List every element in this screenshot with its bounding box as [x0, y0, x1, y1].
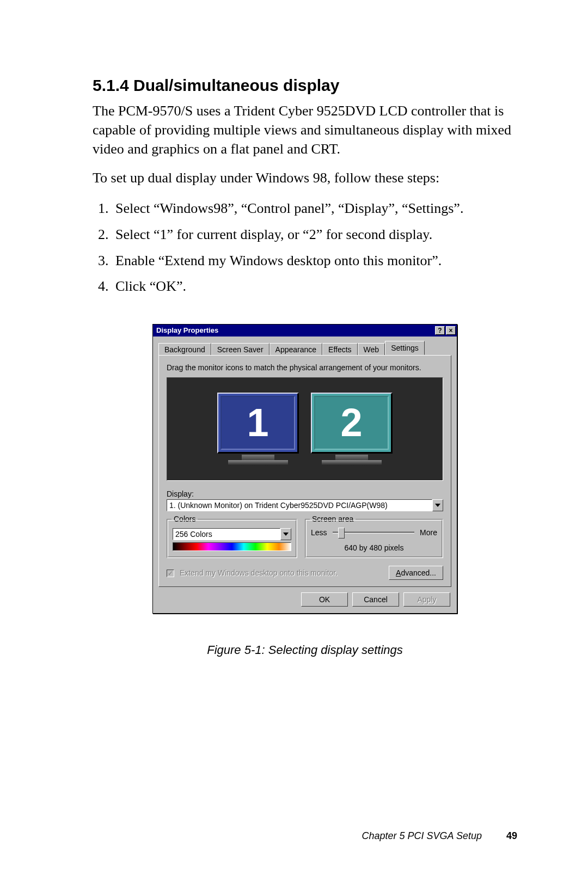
ok-button[interactable]: OK	[301, 592, 348, 607]
monitor-arrangement-well[interactable]: 1 2	[167, 377, 443, 481]
chevron-down-icon	[283, 533, 289, 536]
screen-area-legend: Screen area	[310, 515, 356, 523]
figure: Display Properties ? × Background Screen…	[152, 324, 457, 657]
footer-page-number: 49	[506, 830, 517, 841]
slider-more-label: More	[420, 528, 437, 537]
slider-thumb[interactable]	[338, 528, 345, 539]
step-list: Select “Windows98”, “Control panel”, “Di…	[93, 197, 517, 297]
monitor-stand	[335, 455, 368, 460]
panel-instruction: Drag the monitor icons to match the phys…	[167, 363, 443, 372]
color-spectrum-preview	[173, 542, 291, 551]
advanced-button[interactable]: Advanced...	[389, 566, 443, 580]
section-paragraph-1: The PCM-9570/S uses a Trident Cyber 9525…	[93, 101, 517, 158]
titlebar-text: Display Properties	[156, 326, 434, 334]
colors-groupbox: Colors 256 Colors	[167, 519, 297, 558]
monitor-base	[322, 460, 382, 466]
page: 5.1.4 Dual/simultaneous display The PCM-…	[0, 0, 588, 881]
screen-area-groupbox: Screen area Less More 640 by 480 pixels	[305, 519, 443, 558]
display-select[interactable]: 1. (Unknown Monitor) on Trident Cyber952…	[167, 499, 443, 511]
help-button[interactable]: ?	[435, 326, 445, 335]
tab-strip: Background Screen Saver Appearance Effec…	[153, 337, 457, 355]
dialog-button-row: OK Cancel Apply	[153, 592, 457, 613]
colors-select[interactable]: 256 Colors	[173, 528, 291, 540]
step-item: Click “OK”.	[112, 275, 517, 298]
step-item: Select “1” for current display, or “2” f…	[112, 223, 517, 246]
settings-panel: Drag the monitor icons to match the phys…	[158, 355, 451, 587]
page-footer: Chapter 5 PCI SVGA Setup 49	[362, 830, 518, 842]
tab-settings[interactable]: Settings	[385, 341, 425, 355]
step-item: Select “Windows98”, “Control panel”, “Di…	[112, 197, 517, 220]
extend-desktop-label: Extend my Windows desktop onto this moni…	[180, 568, 338, 577]
display-select-value: 1. (Unknown Monitor) on Trident Cyber952…	[167, 499, 432, 511]
cancel-button[interactable]: Cancel	[352, 592, 399, 607]
resolution-slider[interactable]	[333, 531, 415, 534]
close-button[interactable]: ×	[446, 326, 456, 335]
tab-effects[interactable]: Effects	[322, 343, 358, 356]
tab-screen-saver[interactable]: Screen Saver	[211, 343, 270, 356]
monitor-2-screen: 2	[311, 393, 393, 454]
tab-background[interactable]: Background	[158, 343, 211, 356]
section-heading: 5.1.4 Dual/simultaneous display	[93, 76, 517, 95]
tab-appearance[interactable]: Appearance	[270, 343, 323, 356]
chevron-down-icon	[435, 504, 440, 507]
figure-caption: Figure 5-1: Selecting display settings	[152, 643, 457, 657]
section-paragraph-2: To set up dual display under Windows 98,…	[93, 168, 517, 187]
display-select-dropdown-button[interactable]	[432, 499, 443, 511]
colors-select-dropdown-button[interactable]	[280, 528, 291, 540]
extend-desktop-checkbox-row[interactable]: Extend my Windows desktop onto this moni…	[167, 568, 338, 577]
colors-legend: Colors	[171, 515, 198, 523]
monitor-stand	[242, 455, 274, 460]
monitor-1-screen: 1	[217, 393, 299, 454]
colors-select-value: 256 Colors	[173, 528, 280, 540]
monitor-1[interactable]: 1	[217, 393, 299, 466]
apply-button[interactable]: Apply	[403, 592, 450, 607]
monitor-base	[228, 460, 288, 466]
display-label: Display:	[167, 490, 443, 498]
titlebar[interactable]: Display Properties ? ×	[153, 325, 457, 337]
monitor-2[interactable]: 2	[311, 393, 393, 466]
footer-chapter: Chapter 5 PCI SVGA Setup	[362, 830, 482, 841]
display-properties-dialog: Display Properties ? × Background Screen…	[152, 324, 457, 614]
step-item: Enable “Extend my Windows desktop onto t…	[112, 249, 517, 272]
tab-web[interactable]: Web	[358, 343, 385, 356]
extend-desktop-checkbox[interactable]	[167, 570, 174, 577]
resolution-value: 640 by 480 pixels	[311, 543, 437, 552]
slider-less-label: Less	[311, 528, 327, 537]
